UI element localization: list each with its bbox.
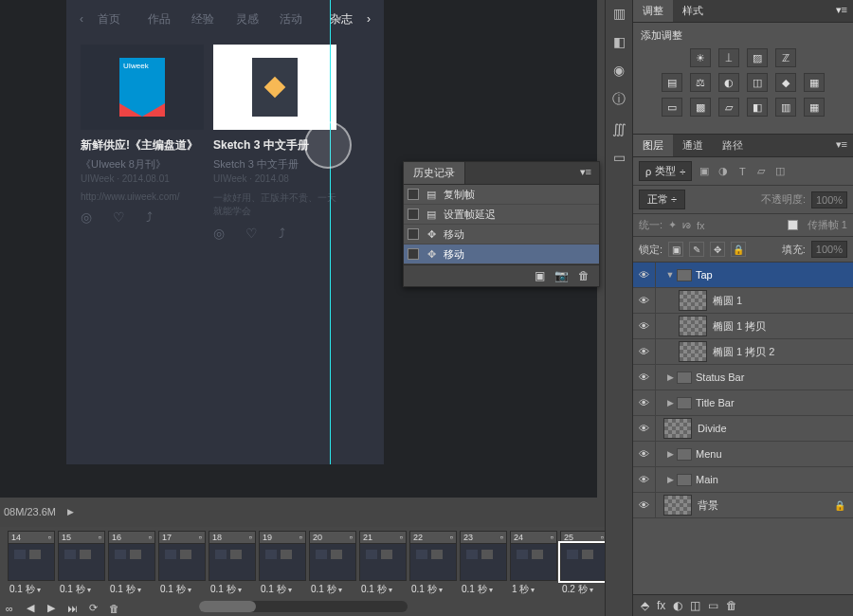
adjustment-preset-icon[interactable]: ▩ [690, 98, 711, 117]
timeline-frame[interactable]: 19▫0.1 秒 [259, 531, 306, 596]
adjustment-preset-icon[interactable]: ◫ [747, 73, 768, 92]
timeline-frame[interactable]: 16▫0.1 秒 [108, 531, 155, 596]
dock-icon[interactable]: ◉ [613, 63, 625, 78]
filter-type-icon[interactable]: ▣ [696, 163, 713, 180]
visibility-icon[interactable]: 👁 [633, 263, 656, 287]
tab-adjust[interactable]: 调整 [633, 0, 673, 22]
tab-styles[interactable]: 样式 [673, 0, 713, 22]
disclosure-icon[interactable]: ▶ [663, 398, 677, 408]
filter-type-icon[interactable]: ◑ [715, 163, 732, 180]
scrollbar-thumb[interactable] [199, 601, 256, 612]
layer-group[interactable]: 👁▶Main [633, 467, 853, 493]
layer-group[interactable]: 👁▶Menu [633, 442, 853, 467]
adjustment-preset-icon[interactable]: ▦ [804, 98, 825, 117]
timeline-frame[interactable]: 25▫0.2 秒 [560, 531, 608, 596]
timeline-frame[interactable]: 22▫0.1 秒 [409, 531, 457, 596]
history-checkbox[interactable] [408, 248, 419, 260]
adjustment-preset-icon[interactable]: ▦ [804, 73, 825, 92]
dock-icon[interactable]: ∭ [612, 121, 626, 136]
filter-type-icon[interactable]: T [734, 163, 751, 180]
timeline-frame[interactable]: 20▫0.1 秒 [309, 531, 356, 596]
adjustment-icon[interactable]: ◫ [690, 599, 700, 612]
adjustment-preset-icon[interactable]: ⚖ [690, 73, 711, 92]
layer-item[interactable]: 👁椭圆 1 拷贝 2 [633, 339, 853, 365]
guide-line[interactable] [330, 0, 331, 464]
timeline-frame[interactable]: 14▫0.1 秒 [8, 531, 55, 596]
timeline-frame[interactable]: 21▫0.1 秒 [359, 531, 407, 596]
filter-type-icon[interactable]: ◫ [771, 163, 789, 180]
adjustment-preset-icon[interactable]: ▤ [662, 73, 682, 92]
timeline-frame[interactable]: 17▫0.1 秒 [158, 531, 206, 596]
unify-icon[interactable]: ᘙ [682, 219, 691, 231]
lock-icon[interactable]: ✥ [710, 242, 725, 257]
opacity-input[interactable]: 100% [811, 191, 847, 208]
snapshot-icon[interactable]: 📷 [554, 269, 569, 282]
history-item[interactable]: ✥移动 [404, 245, 599, 264]
unify-icon[interactable]: fx [697, 220, 705, 231]
timeline-scrollbar[interactable] [199, 601, 408, 612]
history-tab[interactable]: 历史记录 [404, 162, 465, 184]
play-icon[interactable]: ▶ [44, 602, 59, 614]
history-item[interactable]: ▤复制帧 [404, 185, 599, 205]
blend-mode-dropdown[interactable]: 正常 ÷ [639, 190, 685, 209]
adjustment-preset-icon[interactable]: ☀ [690, 48, 711, 67]
fx-icon[interactable]: fx [657, 599, 665, 612]
dock-icon[interactable]: ⓘ [612, 91, 626, 108]
visibility-icon[interactable]: 👁 [633, 365, 656, 390]
layer-item[interactable]: 👁椭圆 1 拷贝 [633, 314, 853, 339]
next-icon[interactable]: ⏭ [64, 603, 80, 614]
create-doc-icon[interactable]: ▣ [535, 269, 545, 282]
layer-group[interactable]: 👁▼Tap [633, 263, 853, 288]
lock-icon[interactable]: ▣ [668, 242, 683, 257]
lock-icon[interactable]: 🔒 [834, 500, 845, 511]
propagate-checkbox[interactable] [788, 220, 798, 230]
timeline-panel[interactable]: 14▫0.1 秒15▫0.1 秒16▫0.1 秒17▫0.1 秒18▫0.1 秒… [0, 527, 626, 616]
lock-icon[interactable]: ✎ [689, 242, 704, 257]
visibility-icon[interactable]: 👁 [633, 467, 656, 492]
adjustment-preset-icon[interactable]: ▥ [775, 98, 796, 117]
dock-icon[interactable]: ▥ [613, 6, 626, 21]
status-arrow-icon[interactable]: ▶ [67, 507, 74, 516]
timeline-frame[interactable]: 15▫0.1 秒 [58, 531, 105, 596]
visibility-icon[interactable]: 👁 [633, 493, 656, 517]
layer-item[interactable]: 👁背景🔒 [633, 493, 853, 518]
panel-menu-icon[interactable]: ▾≡ [572, 162, 599, 184]
tab-channels[interactable]: 通道 [673, 135, 713, 156]
layer-group[interactable]: 👁▶Status Bar [633, 365, 853, 390]
prev-icon[interactable]: ◀ [23, 602, 38, 614]
adjustment-preset-icon[interactable]: ▭ [662, 98, 682, 117]
adjustment-preset-icon[interactable]: ◆ [775, 73, 796, 92]
filter-type-dropdown[interactable]: ρ 类型 ÷ [639, 161, 692, 181]
disclosure-icon[interactable]: ▶ [663, 475, 677, 484]
disclosure-icon[interactable]: ▶ [663, 372, 677, 382]
dock-icon[interactable]: ◧ [613, 34, 626, 49]
visibility-icon[interactable]: 👁 [633, 442, 656, 466]
panel-menu-icon[interactable]: ▾≡ [830, 135, 853, 156]
visibility-icon[interactable]: 👁 [633, 416, 656, 441]
adjustment-preset-icon[interactable]: ◧ [747, 98, 768, 117]
history-checkbox[interactable] [408, 228, 419, 240]
visibility-icon[interactable]: 👁 [633, 339, 656, 364]
trash-icon[interactable]: 🗑 [578, 269, 590, 282]
adjustment-preset-icon[interactable]: ⟘ [718, 48, 739, 67]
trash-icon[interactable]: 🗑 [726, 599, 737, 612]
timeline-frame[interactable]: 23▫0.1 秒 [460, 531, 507, 596]
fill-input[interactable]: 100% [811, 241, 847, 258]
history-checkbox[interactable] [408, 208, 419, 220]
disclosure-icon[interactable]: ▶ [663, 449, 677, 459]
layer-item[interactable]: 👁Divide [633, 416, 853, 442]
mask-icon[interactable]: ◐ [673, 599, 682, 612]
timeline-frame[interactable]: 18▫0.1 秒 [209, 531, 256, 596]
panel-menu-icon[interactable]: ▾≡ [830, 0, 853, 22]
adjustment-preset-icon[interactable]: ▱ [718, 98, 739, 117]
visibility-icon[interactable]: 👁 [633, 288, 656, 313]
history-panel[interactable]: 历史记录 ▾≡ ▤复制帧▤设置帧延迟✥移动✥移动 ▣ 📷 🗑 [403, 161, 600, 287]
dock-icon[interactable]: ▭ [613, 150, 626, 165]
visibility-icon[interactable]: 👁 [633, 390, 656, 415]
adjustment-preset-icon[interactable]: ▨ [747, 48, 768, 67]
link-layers-icon[interactable]: ⬘ [641, 599, 649, 612]
layer-group[interactable]: 👁▶Title Bar [633, 390, 853, 416]
history-checkbox[interactable] [408, 189, 419, 200]
filter-type-icon[interactable]: ▱ [753, 163, 770, 180]
layer-item[interactable]: 👁椭圆 1 [633, 288, 853, 314]
